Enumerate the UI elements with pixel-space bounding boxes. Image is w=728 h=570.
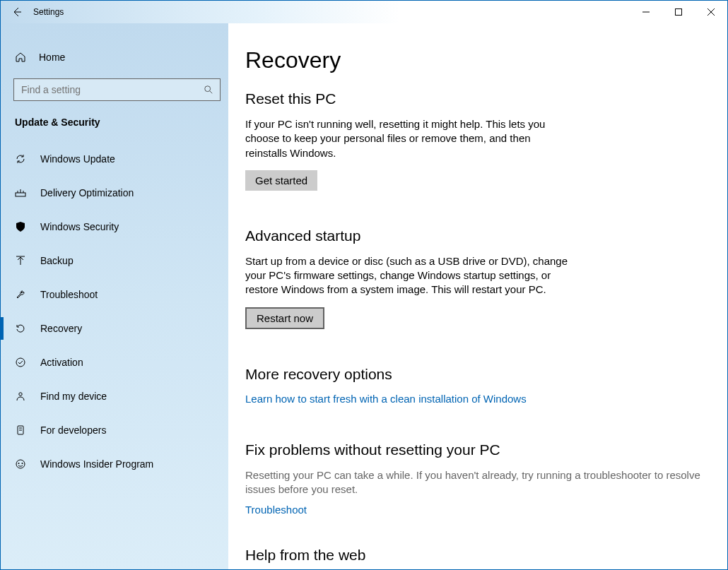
section-heading: Advanced startup (245, 227, 710, 244)
sidebar-category: Update & Security (1, 101, 228, 135)
troubleshoot-link[interactable]: Troubleshoot (245, 504, 307, 516)
section-body: Start up from a device or disc (such as … (245, 254, 570, 297)
sidebar-item-backup[interactable]: Backup (1, 244, 228, 278)
sync-icon (15, 153, 26, 165)
close-icon (708, 8, 715, 16)
sidebar-item-label: Backup (40, 255, 74, 266)
findmy-icon (15, 391, 26, 402)
sidebar-item-windows-insider[interactable]: Windows Insider Program (1, 447, 228, 481)
page-title: Recovery (245, 47, 710, 73)
search-field[interactable] (13, 78, 221, 101)
sidebar-item-label: Windows Insider Program (40, 458, 153, 470)
section-heading: Reset this PC (245, 90, 710, 107)
sidebar-item-windows-update[interactable]: Windows Update (1, 142, 228, 176)
activation-icon (15, 357, 26, 368)
section-body: Resetting your PC can take a while. If y… (245, 468, 710, 497)
sidebar-item-delivery-optimization[interactable]: Delivery Optimization (1, 176, 228, 210)
section-body: If your PC isn't running well, resetting… (245, 117, 570, 160)
sidebar-item-label: Recovery (40, 323, 82, 334)
svg-point-5 (205, 86, 211, 92)
svg-point-11 (19, 393, 22, 396)
section-heading: More recovery options (245, 366, 710, 383)
svg-point-15 (16, 460, 25, 468)
svg-rect-7 (16, 193, 25, 196)
sidebar-item-recovery[interactable]: Recovery (1, 311, 228, 345)
sidebar-nav: Windows Update Delivery Optimization Win… (1, 142, 228, 481)
sidebar-item-label: Windows Security (40, 221, 119, 232)
titlebar: Settings (1, 1, 727, 23)
home-label: Home (39, 52, 65, 63)
recovery-icon (15, 323, 26, 334)
main-panel: Recovery Reset this PC If your PC isn't … (228, 23, 727, 569)
svg-rect-2 (676, 9, 682, 16)
sidebar-item-label: Find my device (40, 391, 107, 402)
sidebar-item-label: For developers (40, 424, 106, 436)
home-icon (15, 52, 26, 63)
fresh-install-link[interactable]: Learn how to start fresh with a clean in… (245, 393, 527, 405)
section-more-recovery: More recovery options Learn how to start… (245, 366, 710, 405)
sidebar-item-for-developers[interactable]: For developers (1, 413, 228, 447)
restart-now-button[interactable]: Restart now (245, 307, 324, 329)
search-input[interactable] (20, 83, 203, 96)
section-heading: Help from the web (245, 547, 710, 564)
section-fix-problems: Fix problems without resetting your PC R… (245, 441, 710, 516)
sidebar-item-windows-security[interactable]: Windows Security (1, 210, 228, 244)
sidebar-item-find-my-device[interactable]: Find my device (1, 379, 228, 413)
section-reset-pc: Reset this PC If your PC isn't running w… (245, 90, 710, 191)
insider-icon (15, 458, 26, 470)
back-button[interactable] (1, 1, 33, 23)
svg-line-6 (210, 91, 213, 94)
section-heading: Fix problems without resetting your PC (245, 441, 710, 458)
delivery-icon (15, 187, 26, 198)
svg-point-16 (18, 463, 20, 464)
sidebar: Home Update & Security Windows Update (1, 23, 228, 569)
sidebar-item-troubleshoot[interactable]: Troubleshoot (1, 278, 228, 311)
maximize-button[interactable] (662, 1, 695, 23)
svg-point-17 (22, 463, 23, 464)
sidebar-item-label: Windows Update (40, 153, 115, 165)
sidebar-item-activation[interactable]: Activation (1, 345, 228, 379)
home-nav[interactable]: Home (1, 43, 228, 71)
sidebar-item-label: Delivery Optimization (40, 187, 134, 198)
section-advanced-startup: Advanced startup Start up from a device … (245, 227, 710, 329)
section-help-web: Help from the web (245, 547, 710, 564)
search-icon (203, 84, 214, 95)
arrow-left-icon (11, 6, 23, 18)
minimize-button[interactable] (630, 1, 662, 23)
svg-point-10 (16, 358, 25, 367)
window-title: Settings (33, 7, 630, 17)
backup-icon (15, 255, 26, 266)
sidebar-item-label: Troubleshoot (40, 289, 98, 300)
minimize-icon (642, 8, 650, 16)
get-started-button[interactable]: Get started (245, 170, 317, 191)
devs-icon (15, 424, 26, 436)
maximize-icon (675, 8, 682, 16)
close-button[interactable] (695, 1, 727, 23)
wrench-icon (15, 289, 26, 300)
shield-icon (15, 221, 26, 232)
sidebar-item-label: Activation (40, 357, 83, 368)
